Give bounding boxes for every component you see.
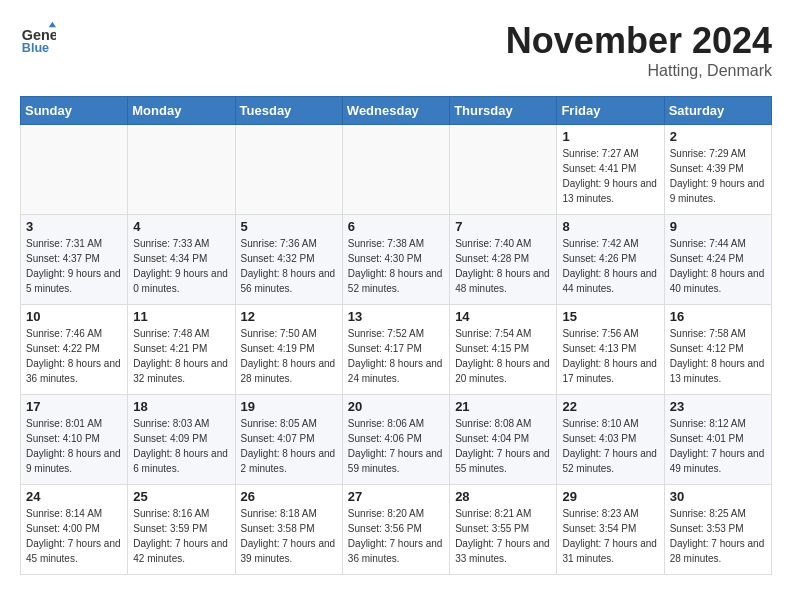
table-row: 13Sunrise: 7:52 AMSunset: 4:17 PMDayligh… [342, 305, 449, 395]
table-row: 4Sunrise: 7:33 AMSunset: 4:34 PMDaylight… [128, 215, 235, 305]
day-number: 1 [562, 129, 658, 144]
table-row: 5Sunrise: 7:36 AMSunset: 4:32 PMDaylight… [235, 215, 342, 305]
month-title: November 2024 [506, 20, 772, 62]
day-info: Sunrise: 8:14 AMSunset: 4:00 PMDaylight:… [26, 506, 122, 566]
day-number: 24 [26, 489, 122, 504]
table-row: 20Sunrise: 8:06 AMSunset: 4:06 PMDayligh… [342, 395, 449, 485]
day-number: 6 [348, 219, 444, 234]
table-row: 12Sunrise: 7:50 AMSunset: 4:19 PMDayligh… [235, 305, 342, 395]
table-row: 30Sunrise: 8:25 AMSunset: 3:53 PMDayligh… [664, 485, 771, 575]
day-info: Sunrise: 8:21 AMSunset: 3:55 PMDaylight:… [455, 506, 551, 566]
table-row: 22Sunrise: 8:10 AMSunset: 4:03 PMDayligh… [557, 395, 664, 485]
day-number: 18 [133, 399, 229, 414]
day-number: 26 [241, 489, 337, 504]
table-row: 25Sunrise: 8:16 AMSunset: 3:59 PMDayligh… [128, 485, 235, 575]
day-number: 3 [26, 219, 122, 234]
day-info: Sunrise: 7:36 AMSunset: 4:32 PMDaylight:… [241, 236, 337, 296]
day-number: 30 [670, 489, 766, 504]
day-number: 10 [26, 309, 122, 324]
table-row: 19Sunrise: 8:05 AMSunset: 4:07 PMDayligh… [235, 395, 342, 485]
day-info: Sunrise: 8:08 AMSunset: 4:04 PMDaylight:… [455, 416, 551, 476]
table-row [342, 125, 449, 215]
day-info: Sunrise: 7:44 AMSunset: 4:24 PMDaylight:… [670, 236, 766, 296]
day-number: 8 [562, 219, 658, 234]
day-info: Sunrise: 8:10 AMSunset: 4:03 PMDaylight:… [562, 416, 658, 476]
table-row: 10Sunrise: 7:46 AMSunset: 4:22 PMDayligh… [21, 305, 128, 395]
day-number: 15 [562, 309, 658, 324]
table-row: 23Sunrise: 8:12 AMSunset: 4:01 PMDayligh… [664, 395, 771, 485]
day-number: 22 [562, 399, 658, 414]
week-row-5: 24Sunrise: 8:14 AMSunset: 4:00 PMDayligh… [21, 485, 772, 575]
location: Hatting, Denmark [506, 62, 772, 80]
logo: General Blue [20, 20, 56, 56]
col-wednesday: Wednesday [342, 97, 449, 125]
table-row: 28Sunrise: 8:21 AMSunset: 3:55 PMDayligh… [450, 485, 557, 575]
day-info: Sunrise: 8:25 AMSunset: 3:53 PMDaylight:… [670, 506, 766, 566]
day-info: Sunrise: 7:52 AMSunset: 4:17 PMDaylight:… [348, 326, 444, 386]
table-row: 21Sunrise: 8:08 AMSunset: 4:04 PMDayligh… [450, 395, 557, 485]
table-row: 26Sunrise: 8:18 AMSunset: 3:58 PMDayligh… [235, 485, 342, 575]
day-info: Sunrise: 7:56 AMSunset: 4:13 PMDaylight:… [562, 326, 658, 386]
table-row: 17Sunrise: 8:01 AMSunset: 4:10 PMDayligh… [21, 395, 128, 485]
day-info: Sunrise: 8:23 AMSunset: 3:54 PMDaylight:… [562, 506, 658, 566]
day-info: Sunrise: 7:27 AMSunset: 4:41 PMDaylight:… [562, 146, 658, 206]
day-number: 20 [348, 399, 444, 414]
svg-marker-2 [49, 22, 56, 27]
svg-text:General: General [22, 27, 56, 43]
table-row [21, 125, 128, 215]
day-number: 12 [241, 309, 337, 324]
day-info: Sunrise: 8:05 AMSunset: 4:07 PMDaylight:… [241, 416, 337, 476]
day-number: 19 [241, 399, 337, 414]
logo-icon: General Blue [20, 20, 56, 56]
day-number: 13 [348, 309, 444, 324]
day-info: Sunrise: 7:31 AMSunset: 4:37 PMDaylight:… [26, 236, 122, 296]
day-info: Sunrise: 7:58 AMSunset: 4:12 PMDaylight:… [670, 326, 766, 386]
table-row: 24Sunrise: 8:14 AMSunset: 4:00 PMDayligh… [21, 485, 128, 575]
day-info: Sunrise: 7:38 AMSunset: 4:30 PMDaylight:… [348, 236, 444, 296]
day-info: Sunrise: 7:42 AMSunset: 4:26 PMDaylight:… [562, 236, 658, 296]
day-number: 9 [670, 219, 766, 234]
day-info: Sunrise: 7:48 AMSunset: 4:21 PMDaylight:… [133, 326, 229, 386]
table-row: 27Sunrise: 8:20 AMSunset: 3:56 PMDayligh… [342, 485, 449, 575]
week-row-4: 17Sunrise: 8:01 AMSunset: 4:10 PMDayligh… [21, 395, 772, 485]
day-info: Sunrise: 7:54 AMSunset: 4:15 PMDaylight:… [455, 326, 551, 386]
week-row-3: 10Sunrise: 7:46 AMSunset: 4:22 PMDayligh… [21, 305, 772, 395]
day-info: Sunrise: 8:03 AMSunset: 4:09 PMDaylight:… [133, 416, 229, 476]
table-row: 29Sunrise: 8:23 AMSunset: 3:54 PMDayligh… [557, 485, 664, 575]
page-header: General Blue November 2024 Hatting, Denm… [20, 20, 772, 80]
table-row [450, 125, 557, 215]
week-row-2: 3Sunrise: 7:31 AMSunset: 4:37 PMDaylight… [21, 215, 772, 305]
day-number: 4 [133, 219, 229, 234]
col-thursday: Thursday [450, 97, 557, 125]
day-info: Sunrise: 7:46 AMSunset: 4:22 PMDaylight:… [26, 326, 122, 386]
table-row: 2Sunrise: 7:29 AMSunset: 4:39 PMDaylight… [664, 125, 771, 215]
day-number: 23 [670, 399, 766, 414]
col-saturday: Saturday [664, 97, 771, 125]
day-number: 28 [455, 489, 551, 504]
day-info: Sunrise: 7:40 AMSunset: 4:28 PMDaylight:… [455, 236, 551, 296]
table-row: 15Sunrise: 7:56 AMSunset: 4:13 PMDayligh… [557, 305, 664, 395]
day-number: 14 [455, 309, 551, 324]
table-row: 7Sunrise: 7:40 AMSunset: 4:28 PMDaylight… [450, 215, 557, 305]
table-row: 18Sunrise: 8:03 AMSunset: 4:09 PMDayligh… [128, 395, 235, 485]
day-number: 27 [348, 489, 444, 504]
day-info: Sunrise: 8:16 AMSunset: 3:59 PMDaylight:… [133, 506, 229, 566]
day-number: 16 [670, 309, 766, 324]
day-number: 21 [455, 399, 551, 414]
table-row: 16Sunrise: 7:58 AMSunset: 4:12 PMDayligh… [664, 305, 771, 395]
day-info: Sunrise: 7:33 AMSunset: 4:34 PMDaylight:… [133, 236, 229, 296]
day-info: Sunrise: 8:01 AMSunset: 4:10 PMDaylight:… [26, 416, 122, 476]
day-number: 7 [455, 219, 551, 234]
col-friday: Friday [557, 97, 664, 125]
table-row [128, 125, 235, 215]
table-row: 14Sunrise: 7:54 AMSunset: 4:15 PMDayligh… [450, 305, 557, 395]
day-number: 25 [133, 489, 229, 504]
day-info: Sunrise: 8:12 AMSunset: 4:01 PMDaylight:… [670, 416, 766, 476]
day-info: Sunrise: 8:20 AMSunset: 3:56 PMDaylight:… [348, 506, 444, 566]
svg-text:Blue: Blue [22, 41, 49, 55]
table-row: 11Sunrise: 7:48 AMSunset: 4:21 PMDayligh… [128, 305, 235, 395]
calendar-table: Sunday Monday Tuesday Wednesday Thursday… [20, 96, 772, 575]
col-monday: Monday [128, 97, 235, 125]
table-row: 6Sunrise: 7:38 AMSunset: 4:30 PMDaylight… [342, 215, 449, 305]
week-row-1: 1Sunrise: 7:27 AMSunset: 4:41 PMDaylight… [21, 125, 772, 215]
